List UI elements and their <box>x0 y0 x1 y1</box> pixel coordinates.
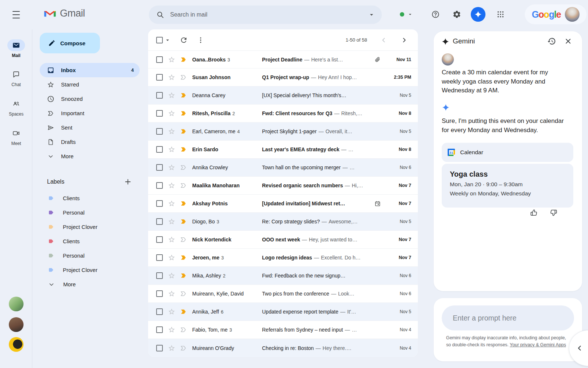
email-row[interactable]: Diogo, Bo3 Re: Corp strategy slides?—Awe… <box>148 213 418 231</box>
importance-marker-icon[interactable] <box>180 344 187 352</box>
email-row[interactable]: Muireann O'Grady Checking in re: Boston—… <box>148 339 418 357</box>
star-icon[interactable] <box>168 146 175 153</box>
email-row[interactable]: Erin Sardo Last year's EMEA strategy dec… <box>148 141 418 159</box>
settings-button[interactable] <box>449 7 464 22</box>
sidebar-item-more[interactable]: More <box>40 149 140 163</box>
status-indicator[interactable] <box>400 10 413 19</box>
label-item-clients[interactable]: Clients <box>32 191 148 205</box>
email-row[interactable]: Ritesh, Priscilla2 Fwd: Client resources… <box>148 105 418 123</box>
search-bar[interactable] <box>149 6 382 24</box>
email-row[interactable]: Jeroen, me3 Logo redesign ideas—Excellen… <box>148 249 418 267</box>
email-checkbox[interactable] <box>156 254 163 261</box>
email-checkbox[interactable] <box>156 272 163 279</box>
help-button[interactable] <box>428 7 443 22</box>
email-row[interactable]: Maalika Manoharan Revised organic search… <box>148 177 418 195</box>
star-icon[interactable] <box>168 254 175 261</box>
gemini-toggle-button[interactable] <box>471 7 485 22</box>
star-icon[interactable] <box>168 164 175 171</box>
email-checkbox[interactable] <box>156 128 163 135</box>
email-checkbox[interactable] <box>156 110 163 117</box>
star-icon[interactable] <box>168 308 175 315</box>
star-icon[interactable] <box>168 290 175 297</box>
star-icon[interactable] <box>168 200 175 207</box>
create-label-button[interactable] <box>124 178 132 186</box>
email-checkbox[interactable] <box>156 218 163 225</box>
importance-marker-icon[interactable] <box>180 272 187 279</box>
rail-item-chat[interactable]: Chat <box>0 68 32 87</box>
refresh-button[interactable] <box>180 36 188 44</box>
star-icon[interactable] <box>168 326 175 333</box>
email-row[interactable]: Susan Johnson Q1 Project wrap-up—Hey Ann… <box>148 68 418 86</box>
star-icon[interactable] <box>168 74 175 81</box>
email-checkbox[interactable] <box>156 345 163 351</box>
contact-avatar[interactable] <box>9 297 24 311</box>
email-checkbox[interactable] <box>156 326 163 333</box>
email-checkbox[interactable] <box>156 92 163 99</box>
star-icon[interactable] <box>168 218 175 225</box>
star-icon[interactable] <box>168 92 175 99</box>
importance-marker-icon[interactable] <box>180 146 187 153</box>
email-row[interactable]: Muireann, Kylie, David Two pics from the… <box>148 285 418 303</box>
email-checkbox[interactable] <box>156 74 163 81</box>
rail-item-meet[interactable]: Meet <box>0 127 32 146</box>
newer-page-button[interactable] <box>380 36 388 44</box>
email-row[interactable]: Fabio, Tom, me3 Referrals from Sydney – … <box>148 321 418 339</box>
star-icon[interactable] <box>168 56 175 63</box>
star-icon[interactable] <box>168 182 175 189</box>
star-icon[interactable] <box>168 344 175 352</box>
email-checkbox[interactable] <box>156 200 163 207</box>
importance-marker-icon[interactable] <box>180 236 187 243</box>
email-checkbox[interactable] <box>156 308 163 315</box>
rail-item-mail[interactable]: Mail <box>0 39 32 58</box>
star-icon[interactable] <box>168 272 175 279</box>
sidebar-item-snoozed[interactable]: Snoozed <box>40 92 140 106</box>
thumbs-down-button[interactable] <box>549 208 558 217</box>
sidebar-item-starred[interactable]: Starred <box>40 77 140 92</box>
star-icon[interactable] <box>168 128 175 135</box>
importance-marker-icon[interactable] <box>180 182 187 189</box>
email-checkbox[interactable] <box>156 290 163 297</box>
importance-marker-icon[interactable] <box>180 74 187 81</box>
star-icon[interactable] <box>168 110 175 117</box>
email-row[interactable]: Deanna Carey [UX] Special delivery! This… <box>148 86 418 105</box>
label-item-clients[interactable]: Clients <box>32 234 148 248</box>
sidebar-item-sent[interactable]: Sent <box>40 120 140 135</box>
importance-marker-icon[interactable] <box>180 92 187 99</box>
label-item-personal[interactable]: Personal <box>32 205 148 220</box>
label-item-project-clover[interactable]: Project Clover <box>32 263 148 277</box>
prompt-input[interactable] <box>453 314 563 322</box>
history-button[interactable] <box>547 37 556 46</box>
star-icon[interactable] <box>168 236 175 243</box>
close-gemini-button[interactable] <box>564 37 573 46</box>
importance-marker-icon[interactable] <box>180 128 187 135</box>
email-row[interactable]: Earl, Cameron, me4 Project Skylight 1-pa… <box>148 123 418 141</box>
select-all-checkbox[interactable] <box>156 37 163 43</box>
select-caret-icon[interactable] <box>164 37 171 43</box>
importance-marker-icon[interactable] <box>180 164 187 171</box>
sidebar-item-inbox[interactable]: Inbox 4 <box>40 63 140 77</box>
sidebar-item-important[interactable]: Important <box>40 106 140 120</box>
email-checkbox[interactable] <box>156 164 163 171</box>
calendar-app-chip[interactable]: 31 Calendar <box>442 143 573 162</box>
importance-marker-icon[interactable] <box>180 290 187 297</box>
email-row[interactable]: Annika Crowley Town hall on the upcoming… <box>148 159 418 177</box>
email-row[interactable]: Annika, Jeff6 Updated expense report tem… <box>148 303 418 321</box>
privacy-link[interactable]: Your privacy & Gemini Apps <box>510 342 566 347</box>
label-item-project-clover[interactable]: Project Clover <box>32 220 148 234</box>
older-page-button[interactable] <box>400 36 408 44</box>
google-apps-button[interactable] <box>493 7 508 22</box>
importance-marker-icon[interactable] <box>180 218 187 225</box>
contact-avatar[interactable] <box>9 317 24 332</box>
email-checkbox[interactable] <box>156 182 163 189</box>
more-options-button[interactable] <box>197 36 205 44</box>
search-options-caret-icon[interactable] <box>368 11 375 18</box>
email-row[interactable]: Mika, Ashley2 Fwd: Feedback on the new s… <box>148 267 418 285</box>
email-row[interactable]: Akshay Potnis [Updated invitation] Midwe… <box>148 195 418 213</box>
prompt-input-pill[interactable] <box>442 305 574 330</box>
email-checkbox[interactable] <box>156 146 163 153</box>
user-avatar[interactable] <box>565 7 580 22</box>
rail-item-spaces[interactable]: Spaces <box>0 98 32 117</box>
thumbs-up-button[interactable] <box>529 208 538 217</box>
email-row[interactable]: Oana..Brooks3 Project Deadline—Here's a … <box>148 50 418 68</box>
importance-marker-icon[interactable] <box>180 308 187 315</box>
